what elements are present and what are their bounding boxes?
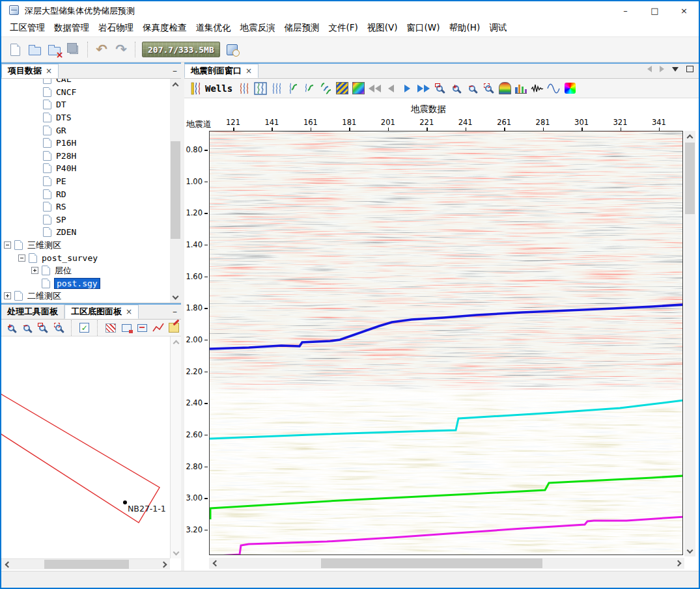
tree-row[interactable]: 二维测区 [1, 290, 170, 303]
save-all-button[interactable] [64, 40, 83, 59]
edit-notes-button[interactable] [167, 321, 181, 335]
scroll-up-icon[interactable] [170, 79, 181, 90]
tree-row[interactable]: RD [1, 187, 170, 200]
redo-button[interactable]: ↷ [111, 40, 131, 59]
tree-row[interactable]: DTS [1, 111, 170, 124]
color-scale-button[interactable] [497, 81, 512, 96]
survey-boundary-button[interactable] [104, 321, 117, 335]
zoom-reset-button[interactable] [51, 321, 65, 335]
wiggle-overlay1-button[interactable] [286, 81, 300, 96]
tab-scroll-left-icon[interactable] [647, 66, 652, 72]
menu-item[interactable]: 工区管理 [5, 20, 49, 36]
histogram-button[interactable] [514, 81, 528, 96]
tree-row[interactable]: 三维测区 [1, 239, 170, 252]
panel-minimize-button[interactable]: – [173, 306, 177, 316]
seismic-vscrollbar[interactable] [684, 131, 695, 556]
scroll-right-icon[interactable] [673, 558, 684, 569]
close-project-button[interactable] [44, 40, 64, 59]
scroll-thumb[interactable] [321, 558, 542, 568]
scroll-up-icon[interactable] [684, 131, 695, 142]
tree-row[interactable]: ZDEN [1, 226, 170, 239]
open-project-button[interactable] [25, 40, 44, 59]
menu-item[interactable]: 储层预测 [280, 20, 324, 36]
zoom-out-button[interactable]: − [20, 321, 33, 335]
tab-close-icon[interactable]: × [245, 66, 252, 75]
zoom-in-button[interactable]: + [4, 321, 18, 335]
minimize-button[interactable]: – [611, 1, 640, 20]
menu-item[interactable]: 岩石物理 [94, 20, 138, 36]
menu-item[interactable]: 道集优化 [191, 20, 236, 36]
tree-row[interactable]: DT [1, 98, 170, 111]
scroll-up-icon[interactable] [171, 336, 181, 348]
tab-scroll-right-icon[interactable] [660, 66, 664, 72]
tree-row[interactable]: P16H [1, 137, 170, 150]
layer-visible-button[interactable] [77, 321, 91, 335]
map-hscrollbar[interactable] [1, 558, 170, 569]
expander-icon[interactable] [4, 292, 11, 299]
tree-row[interactable]: 层位 [1, 264, 170, 277]
menu-item[interactable]: 调试 [484, 20, 511, 36]
last-section-button[interactable] [416, 81, 430, 96]
scroll-down-icon[interactable] [171, 547, 181, 558]
seismic-hscrollbar[interactable] [209, 558, 684, 569]
close-button[interactable]: × [669, 1, 699, 20]
scroll-thumb[interactable] [685, 143, 695, 214]
tree-row[interactable]: GR [1, 124, 170, 137]
wiggle-display-button[interactable] [237, 81, 251, 96]
trace-waveform-button[interactable] [530, 81, 544, 96]
pattern-display-button[interactable] [335, 81, 349, 96]
first-section-button[interactable] [367, 81, 382, 96]
scroll-down-icon[interactable] [684, 545, 695, 556]
well-marker[interactable] [123, 500, 127, 504]
tab-seismic-section[interactable]: 地震剖面窗口 × [184, 64, 259, 78]
label-annotation-button[interactable] [135, 321, 149, 335]
scroll-thumb[interactable] [44, 560, 129, 569]
basemap-canvas[interactable]: NB27-1-1 [1, 336, 181, 558]
maximize-button[interactable]: □ [640, 1, 669, 20]
scroll-right-icon[interactable] [159, 559, 170, 570]
next-section-button[interactable] [400, 81, 414, 96]
tree-row[interactable]: PE [1, 175, 170, 188]
spectrum-display-button[interactable] [563, 81, 577, 96]
tree-row[interactable]: post_survey [1, 251, 170, 264]
map-vscrollbar[interactable] [170, 336, 181, 558]
panel-maximize-icon[interactable] [686, 66, 693, 72]
wiggle-overlay2-button[interactable] [302, 81, 316, 96]
undo-button[interactable]: ↶ [92, 40, 111, 59]
expander-icon[interactable] [31, 267, 38, 274]
menu-item[interactable]: 帮助(H) [444, 20, 484, 36]
survey-boundary-polygon[interactable] [1, 391, 160, 523]
zoom-window-button[interactable] [432, 81, 447, 96]
tab-close-icon[interactable]: × [46, 66, 52, 75]
tree-row[interactable]: SP [1, 213, 170, 226]
scroll-thumb[interactable] [171, 141, 180, 239]
zoom-window-button[interactable] [36, 321, 49, 335]
menu-item[interactable]: 数据管理 [49, 20, 94, 36]
panel-minimize-button[interactable]: – [173, 65, 177, 75]
wiggle-multi-button[interactable] [318, 81, 333, 96]
scroll-down-icon[interactable] [170, 292, 181, 303]
scroll-left-icon[interactable] [209, 558, 220, 569]
menu-item[interactable]: 保真度检查 [138, 20, 191, 36]
tab-processing-tools[interactable]: 处理工具面板 [1, 305, 64, 319]
tree-row[interactable]: P28H [1, 150, 170, 163]
scroll-left-icon[interactable] [1, 559, 12, 570]
tab-basemap[interactable]: 工区底图面板 × [64, 305, 139, 319]
tree-row[interactable]: RS [1, 200, 170, 213]
tree-vscrollbar[interactable] [170, 79, 181, 303]
wavelet-display-button[interactable] [546, 81, 561, 96]
polyline-tool-button[interactable] [151, 321, 165, 335]
menu-item[interactable]: 视图(V) [363, 20, 402, 36]
rect-annotation-button[interactable] [120, 321, 133, 335]
menu-item[interactable]: 文件(F) [324, 20, 363, 36]
zoom-dynamic-button[interactable] [481, 81, 496, 96]
data-manager-button[interactable] [223, 40, 242, 59]
tree-row[interactable]: CNCF [1, 86, 170, 99]
zoom-in-button[interactable]: + [449, 81, 463, 96]
tab-project-data[interactable]: 项目数据 × [1, 64, 59, 78]
tree-row[interactable]: P40H [1, 162, 170, 175]
wells-button[interactable]: Wells [188, 81, 235, 96]
wiggle-density-button[interactable] [270, 81, 284, 96]
tab-close-icon[interactable]: × [126, 307, 132, 316]
expander-icon[interactable] [4, 241, 11, 249]
